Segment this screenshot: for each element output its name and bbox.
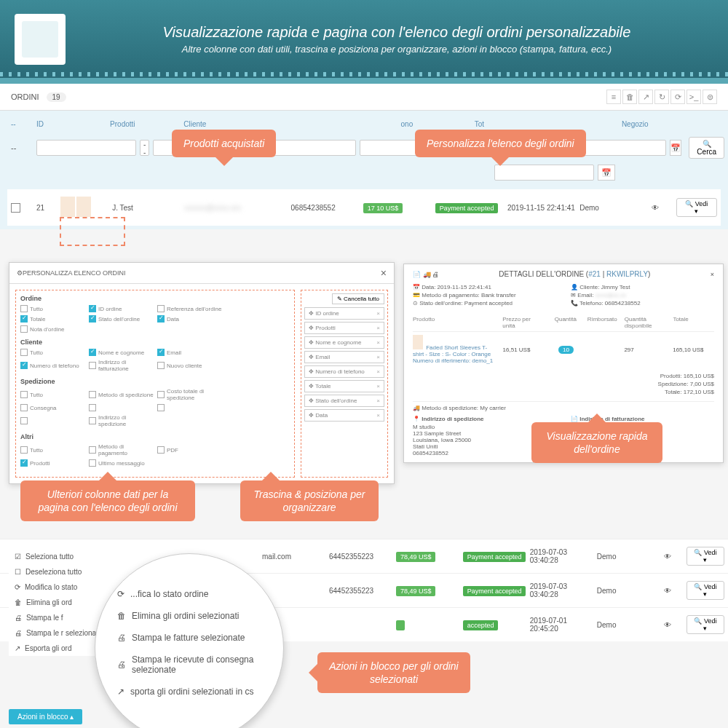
terminal-icon[interactable]: >_ — [687, 90, 701, 104]
order-date: 2019-11-15 22:41:41 — [507, 204, 576, 212]
orders-count: 19 — [47, 92, 66, 102]
checkbox-item[interactable]: Data — [157, 315, 223, 323]
promo-banner: Visualizzazione rapida e pagina con l'el… — [0, 0, 728, 84]
drag-item[interactable]: ✥ Numero di telefono× — [304, 365, 384, 378]
product-thumb — [60, 197, 75, 217]
zoom-item: ⟳...fica lo stato ordine — [117, 583, 261, 605]
drag-item[interactable]: ✥ ID ordine× — [304, 307, 384, 320]
bulk-menu-item[interactable]: ☑Seleziona tutto — [9, 549, 154, 564]
order-row[interactable]: 21 J. Test xxxxxx@xxxx.xxx 06854238552 1… — [7, 189, 721, 226]
close-icon[interactable]: × — [381, 267, 387, 279]
view-button[interactable]: 🔍 Vedi ▾ — [687, 581, 724, 600]
col-shop[interactable]: Negozio — [622, 120, 692, 128]
callout-quickview: Visualizzazione rapida dell'ordine — [531, 422, 662, 463]
shop-name: Demo — [579, 204, 648, 212]
callout-drag: Trascina & posiziona per organizzare — [240, 480, 379, 521]
checkbox-item[interactable]: Totale — [20, 315, 86, 323]
filter-row: -- -- 📅 🔍 Cerca — [7, 134, 721, 162]
status-badge: Payment accepted — [435, 203, 499, 213]
orders-header-bar: ORDINI 19 ≡ 🗑 ↗ ↻ ⟳ >_ ⊜ — [0, 84, 728, 111]
filter-date-to[interactable] — [494, 165, 594, 181]
order-id: 21 — [36, 204, 57, 212]
export-icon[interactable]: ↗ — [638, 90, 653, 104]
zoom-item: 🖨Stampa le ricevute di consegna selezion… — [117, 649, 261, 681]
detail-title: DETTAGLI DELL'ORDINE (#21 | RKWILPRLY) — [439, 270, 711, 278]
checkbox-item[interactable]: Nuovo cliente — [157, 359, 223, 372]
checkbox-item[interactable]: Indirizzo di spedizione — [89, 414, 154, 427]
customize-checkboxes: OrdineTuttoID ordineReferenza dell'ordin… — [15, 290, 295, 478]
refresh-icon[interactable]: ⟳ — [670, 90, 685, 104]
view-button[interactable]: 🔍 Vedi ▾ — [687, 547, 724, 566]
checkbox-item[interactable]: Tutto — [20, 305, 86, 312]
zoom-item: ↗sporta gli ordini selezionati in cs — [117, 681, 261, 703]
view-button[interactable]: 🔍 Vedi ▾ — [687, 615, 724, 634]
drag-item[interactable]: ✥ Data× — [304, 409, 384, 422]
checkbox-item[interactable]: Tutto — [20, 443, 86, 456]
product-thumb — [76, 197, 91, 217]
checkbox-item[interactable]: Tutto — [20, 349, 86, 356]
close-icon[interactable]: × — [711, 271, 714, 278]
col-customer[interactable]: Cliente — [183, 120, 253, 128]
col-products[interactable]: Prodotti — [110, 120, 180, 128]
toolbar: ≡ 🗑 ↗ ↻ ⟳ >_ ⊜ — [606, 90, 717, 104]
checkbox-item[interactable] — [157, 404, 223, 411]
customize-drag-list: ✎ Cancella tutto ✥ ID ordine×✥ Prodotti×… — [301, 290, 388, 478]
zoom-item: 🖨Stampa le fatture selezionate — [117, 627, 261, 649]
calendar-icon[interactable]: 📅 — [598, 165, 615, 181]
orders-label: ORDINI — [11, 92, 39, 101]
customize-title: PERSONALIZZA ELENCO ORDINI — [23, 269, 126, 277]
row-checkbox[interactable] — [11, 203, 20, 213]
checkbox-item[interactable]: Numero di telefono — [20, 359, 86, 372]
checkbox-item[interactable]: Referenza dell'ordine — [157, 305, 223, 312]
checkbox-item[interactable]: Costo totale di spedizione — [157, 388, 223, 401]
banner-title: Visualizzazione rapida e pagina con l'el… — [80, 24, 713, 41]
db-icon[interactable]: ⊜ — [703, 90, 717, 104]
clear-button[interactable]: ✎ Cancella tutto — [332, 293, 384, 304]
callout-products: Prodotti acquistati — [172, 130, 276, 157]
checkbox-item[interactable]: Indirizzo di fatturazione — [89, 359, 154, 372]
list-icon[interactable]: ≡ — [606, 90, 621, 104]
filter-id[interactable] — [36, 140, 136, 156]
checkbox-item[interactable]: Metodo di pagamento — [89, 443, 154, 456]
checkbox-item[interactable] — [20, 414, 86, 427]
col-id[interactable]: ID — [36, 120, 106, 128]
callout-bulk: Azioni in blocco per gli ordini selezion… — [317, 652, 470, 693]
checkbox-item[interactable]: ID ordine — [89, 305, 154, 312]
orders-table: -- ID Prodotti Cliente ono Tot Negozio -… — [0, 111, 728, 229]
drag-item[interactable]: ✥ Nome e cognome× — [304, 336, 384, 349]
ets-logo — [15, 14, 66, 65]
checkbox-item[interactable]: Tutto — [20, 388, 86, 401]
zoom-item: 🗑Elimina gli ordini selezionati — [117, 605, 261, 627]
checkbox-item[interactable]: Prodotti — [20, 459, 86, 467]
checkbox-item[interactable]: Metodo di spedizione — [89, 388, 154, 401]
price-badge: 17 10 US$ — [363, 203, 403, 213]
customer-name: J. Test — [112, 204, 181, 212]
col-phone[interactable]: ono — [401, 120, 471, 128]
checkbox-item[interactable]: Nota d'ordine — [20, 325, 86, 333]
customize-panel: ⚙ PERSONALIZZA ELENCO ORDINI × OrdineTut… — [9, 262, 395, 484]
checkbox-item[interactable]: Nome e cognome — [89, 349, 154, 356]
checkbox-item[interactable]: Consegna — [20, 404, 86, 411]
checkbox-item[interactable]: Stato dell'ordine — [89, 315, 154, 323]
checkbox-item[interactable]: PDF — [157, 443, 223, 456]
trash-icon[interactable]: 🗑 — [622, 90, 637, 104]
view-button[interactable]: 🔍 Vedi ▾ — [676, 198, 717, 217]
checkbox-item[interactable]: Email — [157, 349, 223, 356]
file-icon: 📄 🚚 🖨 — [413, 271, 439, 278]
callout-customize: Personalizza l'elenco degli ordini — [415, 130, 586, 157]
drag-item[interactable]: ✥ Prodotti× — [304, 322, 384, 334]
phone: 06854238552 — [291, 204, 360, 212]
checkbox-item[interactable] — [89, 404, 154, 411]
bulk-actions-button[interactable]: Azioni in blocco ▴ — [9, 709, 82, 724]
share-icon[interactable]: ↻ — [654, 90, 669, 104]
calendar-icon[interactable]: 📅 — [670, 140, 681, 156]
search-button[interactable]: 🔍 Cerca — [689, 137, 724, 159]
drag-item[interactable]: ✥ Email× — [304, 351, 384, 363]
callout-columns: Ulteriori colonne dati per la pagina con… — [20, 480, 195, 521]
drag-item[interactable]: ✥ Stato dell'ordine× — [304, 395, 384, 407]
drag-item[interactable]: ✥ Totale× — [304, 380, 384, 392]
col-total[interactable]: Tot — [475, 120, 545, 128]
banner-subtitle: Altre colonne con dati utili, trascina e… — [80, 44, 713, 55]
gear-icon: ⚙ — [17, 269, 23, 277]
